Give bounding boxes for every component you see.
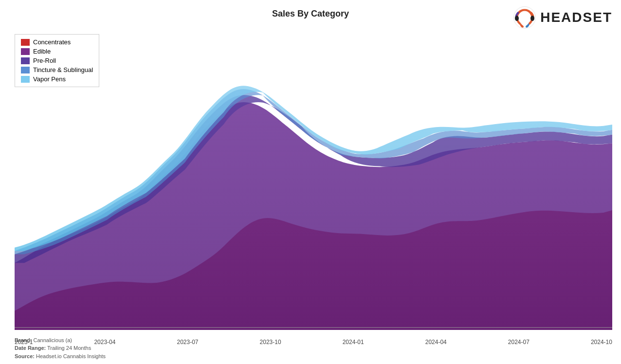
footer-daterange: Date Range: Trailing 24 Months: [15, 344, 106, 352]
footer-info: Brand: Cannalicious (a) Date Range: Trai…: [15, 336, 106, 361]
x-label-3: 2023-10: [260, 339, 281, 346]
headset-logo-icon: [513, 6, 536, 29]
brand-value: Cannalicious (a): [34, 337, 72, 343]
main-chart-svg: [15, 33, 612, 330]
daterange-value: Trailing 24 Months: [47, 345, 91, 351]
source-label: Source:: [15, 353, 35, 359]
source-value: Headset.io Cannabis Insights: [36, 353, 106, 359]
footer-source: Source: Headset.io Cannabis Insights: [15, 352, 106, 361]
svg-point-1: [515, 16, 519, 21]
logo-text: HEADSET: [540, 10, 612, 25]
x-label-7: 2024-10: [591, 339, 612, 346]
chart-container: HEADSET Sales By Category Concentrates E…: [0, 0, 621, 364]
x-label-6: 2024-07: [508, 339, 530, 346]
svg-point-2: [530, 16, 534, 21]
x-label-2: 2023-07: [177, 339, 198, 346]
logo: HEADSET: [513, 6, 612, 29]
chart-area: [15, 33, 612, 330]
brand-label: Brand:: [15, 337, 32, 343]
footer-brand: Brand: Cannalicious (a): [15, 336, 106, 345]
x-label-4: 2024-01: [343, 339, 364, 346]
x-label-5: 2024-04: [425, 339, 447, 346]
daterange-label: Date Range:: [15, 345, 46, 351]
